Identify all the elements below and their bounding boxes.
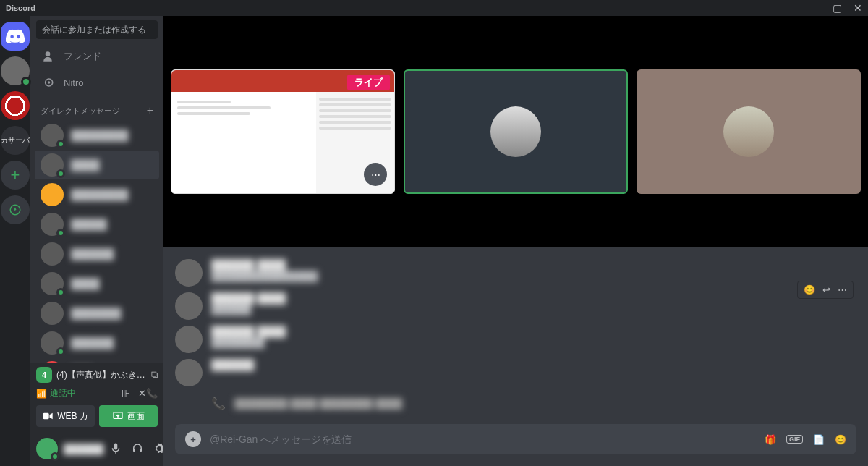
dm-sidebar: 会話に参加または作成する フレンド Nitro ダイレクトメッセージ + ███…: [30, 16, 163, 466]
dm-item[interactable]: ███: [35, 358, 159, 363]
gift-icon[interactable]: 🎁: [765, 434, 776, 445]
dm-username: ████: [71, 278, 100, 289]
dm-item[interactable]: ████████: [35, 180, 159, 209]
dm-username: ███████: [71, 308, 121, 319]
call-area: ライブ ⋯: [163, 16, 868, 247]
message-text: ████████████████: [211, 271, 318, 281]
dm-avatar: [41, 302, 64, 325]
disconnect-icon[interactable]: ✕📞: [138, 388, 158, 399]
explore-button[interactable]: [1, 195, 30, 224]
dm-username: █████: [71, 219, 107, 230]
voice-panel: 4 (4)【声真似】かぶき… ⧉ 📶 通話中 ⊪ ✕📞 WEB カ: [30, 363, 163, 431]
titlebar: Discord — ▢ ✕: [0, 0, 868, 16]
dm-item[interactable]: ██████: [35, 329, 159, 357]
dm-avatar: [41, 272, 64, 295]
dm-avatar: [41, 124, 64, 147]
dm-item[interactable]: ████: [35, 269, 159, 298]
self-username: ██████: [64, 444, 103, 454]
noise-suppress-icon[interactable]: ⊪: [122, 388, 129, 399]
reply-icon[interactable]: ↩: [822, 284, 830, 295]
video-button[interactable]: WEB カ: [36, 405, 95, 427]
message-author: ██████: [211, 359, 255, 370]
friends-nav[interactable]: フレンド: [30, 43, 163, 69]
svg-point-2: [48, 81, 50, 83]
message: ██████: [175, 359, 856, 386]
message-avatar[interactable]: [175, 326, 203, 353]
call-log-entry: 📞 ████████ ████ ████████ ████: [175, 392, 856, 415]
nitro-icon: [41, 75, 55, 90]
server-item[interactable]: カサーバ: [1, 126, 30, 155]
dm-item[interactable]: ██████: [35, 240, 159, 268]
discord-logo-icon: [6, 29, 25, 43]
message-text: ██████: [211, 304, 286, 315]
dm-avatar: [41, 331, 64, 355]
server-item[interactable]: [1, 56, 30, 85]
screen-share-button[interactable]: 画面: [99, 405, 158, 427]
dm-username: ████████: [71, 130, 128, 141]
emoji-icon[interactable]: 😊: [835, 434, 846, 445]
compass-icon: [9, 203, 22, 216]
dm-item[interactable]: ████████: [35, 121, 159, 150]
live-badge: ライブ: [347, 75, 390, 90]
react-icon[interactable]: 😊: [804, 284, 815, 295]
message-input[interactable]: [210, 433, 756, 445]
signal-icon: 📶: [36, 389, 47, 399]
popout-icon[interactable]: ⧉: [151, 369, 158, 381]
voice-channel-name[interactable]: (4)【声真似】かぶき…: [56, 369, 147, 381]
friends-icon: [41, 49, 55, 64]
phone-icon: 📞: [211, 397, 226, 410]
dm-avatar: [41, 213, 64, 236]
new-dm-button[interactable]: +: [147, 104, 153, 117]
dm-item[interactable]: █████: [35, 210, 159, 239]
attach-button[interactable]: +: [185, 431, 201, 447]
maximize-button[interactable]: ▢: [833, 2, 842, 14]
message-author: ██████ ████: [211, 259, 318, 271]
message: ██████ ████████████: [175, 326, 856, 353]
server-list: カサーバ +: [0, 16, 30, 466]
dm-header-label: ダイレクトメッセージ: [41, 106, 120, 116]
dm-item[interactable]: ███████: [35, 299, 159, 328]
dm-item[interactable]: ████: [35, 151, 159, 179]
add-server-button[interactable]: +: [1, 161, 30, 190]
app-name: Discord: [6, 4, 35, 12]
home-button[interactable]: [1, 22, 30, 51]
mute-icon[interactable]: [109, 442, 122, 455]
message: ██████ ██████████: [175, 292, 856, 320]
message-avatar[interactable]: [175, 259, 203, 287]
message-author: ██████ ████: [211, 292, 286, 304]
message-author: ██████ ████: [211, 326, 286, 337]
main-content: ライブ ⋯ 😊 ↩ ⋯ ██████ █████████████████████…: [163, 16, 868, 466]
participant-avatar: [490, 106, 541, 157]
dm-avatar: [41, 242, 64, 266]
dm-avatar: [41, 361, 64, 363]
screen-share-tile[interactable]: ライブ ⋯: [171, 69, 395, 194]
self-avatar[interactable]: [36, 438, 58, 459]
dm-username: ████: [71, 159, 100, 171]
participant-tile[interactable]: [404, 69, 628, 194]
nitro-nav[interactable]: Nitro: [30, 69, 163, 96]
close-button[interactable]: ✕: [854, 2, 862, 14]
minimize-button[interactable]: —: [811, 2, 821, 14]
search-input[interactable]: 会話に参加または作成する: [36, 20, 158, 39]
dm-avatar: [41, 153, 64, 177]
message-actions: 😊 ↩ ⋯: [797, 281, 854, 299]
voice-status: 📶 通話中: [36, 387, 76, 399]
message-avatar[interactable]: [175, 292, 203, 320]
tile-more-button[interactable]: ⋯: [364, 163, 387, 186]
sticker-icon[interactable]: 📄: [813, 434, 825, 445]
participant-tile[interactable]: [637, 69, 861, 194]
server-item[interactable]: [1, 91, 30, 120]
screen-icon: [113, 412, 123, 420]
dm-avatar: [41, 183, 64, 206]
deafen-icon[interactable]: [131, 442, 144, 455]
more-icon[interactable]: ⋯: [838, 284, 847, 295]
message-avatar[interactable]: [175, 359, 203, 386]
message-text: ████████: [211, 337, 286, 348]
dm-username: ██████: [71, 337, 114, 349]
message-input-bar: + 🎁 GIF 📄 😊: [175, 424, 856, 454]
dm-username: ██████: [71, 248, 114, 260]
gif-button[interactable]: GIF: [786, 435, 803, 444]
participant-avatar: [723, 106, 774, 157]
svg-rect-3: [43, 413, 48, 419]
dm-username: ████████: [71, 189, 128, 200]
